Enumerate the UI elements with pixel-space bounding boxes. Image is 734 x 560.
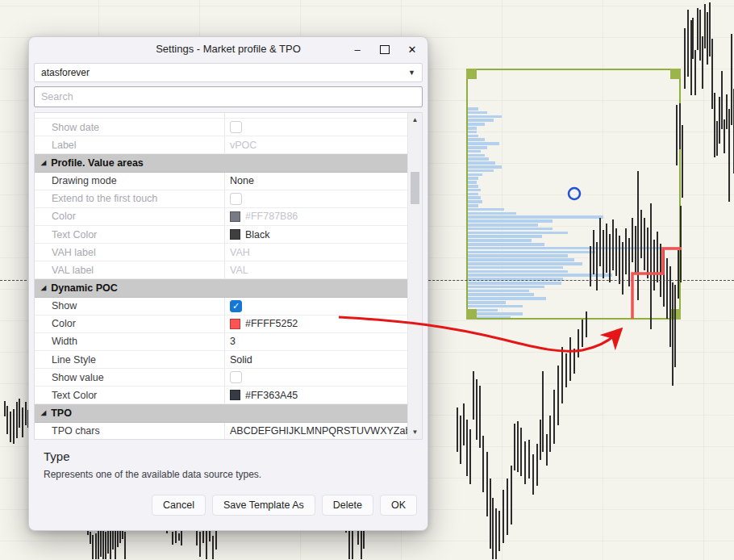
candle-bar	[4, 401, 6, 416]
row-label: Show date	[35, 119, 225, 136]
color-value-text[interactable]: #FF363A45	[245, 390, 298, 401]
candle-bar	[647, 228, 649, 278]
table-row[interactable]: Extend to the first touch	[35, 190, 408, 208]
candle-bar	[528, 440, 530, 479]
row-label: Extend to the first touch	[35, 190, 225, 207]
search-input[interactable]	[34, 86, 423, 107]
value-text[interactable]: None	[230, 175, 254, 186]
value-text[interactable]: vPOC	[230, 140, 256, 151]
color-value-text[interactable]: #FFFF5252	[245, 318, 298, 329]
section-header-dynamic-poc[interactable]: ◢Dynamic POC	[35, 279, 408, 298]
candle-bar	[476, 379, 478, 440]
table-row[interactable]: Show date	[35, 119, 408, 136]
color-swatch[interactable]	[230, 211, 240, 222]
checkbox[interactable]	[230, 121, 242, 133]
candle-bar	[682, 125, 683, 198]
dialog-titlebar[interactable]: Settings - Market profile & TPO – ✕	[29, 37, 427, 61]
minimize-icon: –	[354, 44, 360, 56]
delete-button[interactable]: Delete	[322, 495, 373, 516]
section-header-tpo[interactable]: ◢TPO	[35, 404, 408, 423]
scrollbar[interactable]: ▲ ▼	[407, 113, 422, 439]
candle-bar	[650, 203, 652, 329]
row-label: Show	[35, 298, 225, 315]
table-row[interactable]: Width3	[35, 333, 408, 351]
table-row[interactable]: Text ColorBlack	[35, 226, 408, 244]
color-value-text[interactable]: Black	[245, 229, 270, 240]
candle-bar	[112, 528, 114, 550]
scrollbar-thumb[interactable]	[411, 172, 419, 204]
table-row[interactable]: Line StyleSolid	[35, 351, 408, 369]
checkbox[interactable]	[230, 193, 242, 205]
ok-button[interactable]: OK	[380, 495, 417, 516]
candle-bar	[719, 97, 720, 144]
value-text[interactable]: ABCDEFGHIJKLMNPQRSTUVWXYZabcde	[230, 425, 408, 437]
table-row[interactable]: Show✓	[35, 298, 408, 316]
close-icon: ✕	[408, 44, 417, 56]
candle-bar	[92, 535, 94, 559]
color-swatch[interactable]	[230, 229, 240, 240]
candle-bar	[615, 228, 617, 276]
candle-bar	[635, 226, 636, 273]
candle-bar	[181, 531, 182, 545]
value-text[interactable]: VAL	[230, 265, 248, 276]
table-row[interactable]: LabelvPOC	[35, 136, 408, 154]
row-label: Color	[35, 316, 225, 332]
row-value-cell: 3	[225, 333, 408, 350]
value-text[interactable]: VAH	[230, 247, 250, 258]
minimize-button[interactable]: –	[348, 40, 366, 58]
candle-bar	[110, 530, 111, 559]
candle-bar	[546, 434, 548, 466]
candle-bar	[660, 244, 661, 297]
candle-bar	[694, 50, 696, 95]
value-text[interactable]: Solid	[230, 354, 252, 366]
candle-bar	[10, 412, 11, 442]
scroll-down-icon[interactable]: ▼	[408, 426, 422, 438]
row-label	[35, 113, 225, 118]
table-row[interactable]: Color#FFFF5252	[35, 316, 408, 333]
candle-bar	[16, 402, 18, 438]
candle-bar	[578, 329, 579, 357]
candle-bar	[517, 421, 519, 472]
table-row[interactable]: TPO charsABCDEFGHIJKLMNPQRSTUVWXYZabcde	[35, 423, 408, 439]
candle-bar	[669, 266, 671, 347]
table-row[interactable]: Color#FF787B86	[35, 208, 408, 226]
candle-bar	[466, 420, 468, 476]
candle-bar	[707, 12, 708, 65]
candle-bar	[702, 36, 703, 89]
candle-bar	[206, 530, 207, 559]
template-selector[interactable]: atasforever ▼	[34, 63, 423, 82]
section-header-profile-value-areas[interactable]: ◢Profile. Value areas	[35, 154, 408, 173]
scroll-up-icon[interactable]: ▲	[408, 114, 422, 126]
table-row[interactable]: Drawing modeNone	[35, 173, 408, 190]
candle-bar	[199, 532, 201, 557]
row-value-cell: vPOC	[225, 136, 408, 153]
candle-bar	[674, 285, 676, 367]
value-text[interactable]: 3	[230, 336, 236, 347]
row-value-cell: #FF363A45	[225, 387, 408, 403]
candle-bar	[676, 105, 678, 165]
property-description-title: Type	[44, 449, 413, 463]
color-swatch[interactable]	[230, 319, 240, 329]
checkbox[interactable]: ✓	[230, 300, 242, 312]
row-label: VAH label	[35, 244, 225, 261]
candle-bar	[540, 420, 541, 460]
table-row[interactable]: VAL labelVAL	[35, 261, 408, 279]
cancel-button[interactable]: Cancel	[152, 495, 206, 516]
table-row[interactable]: Show value	[35, 369, 408, 387]
candle-bar	[724, 119, 725, 153]
checkbox[interactable]	[230, 371, 242, 383]
table-row[interactable]: VAH labelVAH	[35, 244, 408, 261]
row-label: Text Color	[35, 226, 225, 243]
close-button[interactable]: ✕	[403, 40, 421, 58]
candle-bar	[473, 371, 474, 420]
candle-bar	[557, 366, 559, 425]
save-template-as-button[interactable]: Save Template As	[212, 495, 315, 516]
candle-bar	[492, 498, 494, 559]
maximize-button[interactable]	[376, 40, 394, 58]
table-row[interactable]: Text Color#FF363A45	[35, 387, 408, 404]
candle-bar	[606, 224, 607, 273]
color-value-text[interactable]: #FF787B86	[245, 211, 298, 222]
candle-bar	[692, 18, 694, 59]
color-swatch[interactable]	[230, 390, 240, 400]
candle-bar	[486, 452, 488, 516]
